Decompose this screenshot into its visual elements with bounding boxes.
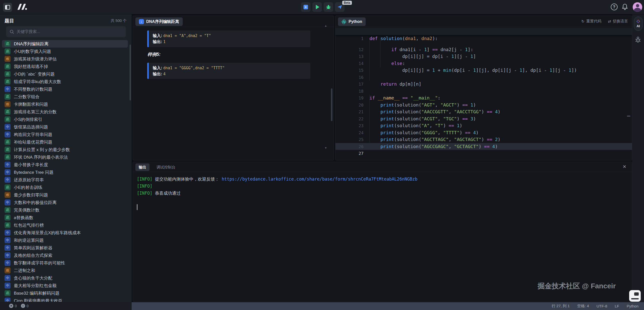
problem-list-item[interactable]: 易 Base32 编码和解码问题 (2, 289, 128, 297)
avatar[interactable] (633, 2, 642, 12)
bug-report-button[interactable] (635, 37, 641, 43)
problem-list-item[interactable]: 易 小D的 `abc` 变换问题 (2, 70, 128, 78)
problem-title: a替换函数 (14, 215, 33, 221)
difficulty-badge: 中 (5, 237, 11, 243)
language-tab[interactable]: Python (338, 17, 366, 26)
problem-title: 大数和中的极值位距离 (14, 200, 57, 205)
problem-list-item[interactable]: 中 简单四则运算解析器 (2, 244, 128, 252)
difficulty-badge: 易 (5, 41, 11, 47)
problem-list-item[interactable]: 中 Bytedance Tree 问题 (2, 168, 128, 176)
status-item-3[interactable]: LF (615, 304, 619, 308)
line-number: 1 (346, 35, 363, 42)
status-item-0[interactable]: 行 27, 列 1 (552, 304, 570, 308)
problem-list-item[interactable]: 易 游戏排名第三大的分数 (2, 108, 128, 116)
status-item-2[interactable]: UTF-8 (596, 304, 607, 308)
problem-list-item[interactable]: 难 卡牌翻面求和问题 (2, 100, 128, 108)
problem-list-item[interactable]: 易 完美偶数计数 (2, 206, 128, 214)
status-item-4[interactable]: Python (627, 304, 638, 308)
line-number: 18 (346, 88, 363, 95)
problem-list-item[interactable]: 易 补给站最优花费问题 (2, 138, 128, 146)
switch-language-button[interactable]: ⇄ 切换语言 (608, 19, 628, 24)
help-button[interactable]: ? (611, 4, 618, 10)
problem-list-item[interactable]: 中 Cion 勒索病毒的最大收益 (2, 297, 128, 302)
line-number: 15 (346, 67, 363, 74)
tab-output[interactable]: 输出 (135, 163, 149, 171)
close-icon[interactable]: ✕ (623, 164, 626, 169)
code-line[interactable]: 17 return dp[m][n] (335, 74, 632, 81)
run-button[interactable] (312, 2, 322, 12)
problem-scrollbar[interactable] (331, 88, 332, 121)
problem-list-item[interactable]: 中 还原原始字符串 (2, 176, 128, 184)
sidebar-status-strip: ✕ 0 ! 0 (0, 302, 132, 310)
problem-list-item[interactable]: 中 最大相等分割红包金额 (2, 282, 128, 289)
problem-list-item[interactable]: 易 环状 DNA 序列的最小表示法 (2, 153, 128, 161)
code-line[interactable]: 19if __name__ == "__main__": (335, 88, 632, 95)
floating-window-button[interactable] (629, 290, 641, 302)
problem-list-item[interactable]: 难 最少步数归零问题 (2, 191, 128, 199)
problem-list-item[interactable]: 易 小U的数字插入问题 (2, 48, 128, 55)
app-logo[interactable] (17, 4, 28, 11)
notifications-button[interactable] (622, 3, 628, 10)
problem-list-item[interactable]: 易 小E的射击训练 (2, 184, 128, 191)
switch-icon: ⇄ (608, 19, 611, 24)
reset-code-button[interactable]: ↻ 重置代码 (581, 19, 601, 24)
paper-plane-icon (337, 5, 342, 10)
problem-list-item[interactable]: 易 我好想逃却逃不掉 (2, 63, 128, 70)
problem-list-item[interactable]: 中 和的逆运算问题 (2, 236, 128, 244)
problem-list-item[interactable]: 易 小S的倒排索引 (2, 116, 128, 123)
problem-list-item[interactable]: 中 饭馆菜品选择问题 (2, 123, 128, 131)
problem-list-item[interactable]: 中 及格的组合方式探索 (2, 252, 128, 259)
code-text (363, 88, 369, 94)
problem-list-item[interactable]: 中 大数和中的极值位距离 (2, 199, 128, 206)
line-number: 16 (346, 74, 363, 81)
console-output[interactable]: [INFO] 提交功能内测体验中，欢迎反馈： https://bytedance… (137, 176, 628, 291)
code-editor[interactable]: 11 for j in range(1, n + 1): 12 if dna1[… (335, 28, 632, 160)
problem-list-item[interactable]: 中 构造回文字符串问题 (2, 131, 128, 138)
problem-title: 数字翻译成字符串的可能性 (14, 260, 65, 266)
right-rail: AI (632, 14, 644, 302)
code-line[interactable]: 1def solution(dna1, dna2): (335, 28, 632, 35)
problem-title: 不同整数的计数问题 (14, 86, 52, 92)
problem-list-item[interactable]: 易 计算从位置 x 到 y 的最少步数 (2, 146, 128, 153)
problem-title: 优化青海湖至景点X的租车路线成本 (14, 230, 81, 236)
problem-list-item[interactable]: 难 二进制之和 (2, 267, 128, 274)
problem-list-item[interactable]: 易 a替换函数 (2, 214, 128, 221)
search-input[interactable] (17, 29, 117, 34)
line-number: 23 (346, 122, 363, 129)
difficulty-badge: 易 (5, 116, 11, 122)
search-box[interactable] (6, 26, 126, 37)
problem-title: 游戏排名第三大的分数 (14, 109, 57, 115)
problem-list-item[interactable]: 中 不同整数的计数问题 (2, 85, 128, 93)
console-link[interactable]: https://bytedance.larkoffice.com/share/b… (222, 177, 418, 182)
editor-scrollbar[interactable] (627, 116, 630, 117)
tab-debug-console[interactable]: 调试控制台 (157, 165, 175, 170)
problem-list-item[interactable]: 易 红包运气排行榜 (2, 221, 128, 229)
ai-assistant-button[interactable]: AI (634, 17, 642, 31)
difficulty-badge: 易 (5, 63, 11, 70)
difficulty-badge: 易 (5, 207, 11, 213)
difficulty-badge: 中 (5, 177, 11, 183)
problem-list-item[interactable]: 中 数字翻译成字符串的可能性 (2, 259, 128, 267)
play-icon (316, 5, 319, 9)
problem-tab[interactable]: ↓ DNA序列编辑距离 (135, 17, 183, 26)
problem-list-item[interactable]: 中 优化青海湖至景点X的租车路线成本 (2, 229, 128, 236)
sample-block: 输入: dna1 = "GGGG",dna2 = "TTTT" 输出: 4 (147, 63, 310, 79)
code-text (363, 151, 369, 156)
scroll-down-icon[interactable]: ▼ (324, 146, 327, 149)
problem-list-item[interactable]: 难 游戏英雄升级潜力评估 (2, 55, 128, 63)
problem-list-item[interactable]: 易 DNA序列编辑距离 (2, 40, 128, 48)
line-number: 21 (346, 109, 363, 116)
log-text: 恭喜成功通过 (152, 191, 180, 196)
scroll-up-icon[interactable]: ▲ (324, 24, 327, 27)
sidebar-scrollbar[interactable] (130, 45, 131, 100)
debug-button[interactable] (324, 2, 333, 12)
sidebar-toggle-button[interactable] (3, 3, 12, 12)
output-label: 输出: (153, 72, 162, 76)
plus-square-icon: + (304, 5, 308, 9)
problem-list-item[interactable]: 中 贪心猫的鱼干大分配 (2, 274, 128, 282)
problem-list-item[interactable]: 易 二分数字组合 (2, 93, 128, 100)
status-item-1[interactable]: 空格: 4 (577, 304, 589, 308)
new-snippet-button[interactable]: + (301, 2, 311, 12)
problem-list-item[interactable]: 易 组成字符串ku的最大次数 (2, 78, 128, 85)
problem-list-item[interactable]: 中 最小替换子串长度 (2, 161, 128, 168)
